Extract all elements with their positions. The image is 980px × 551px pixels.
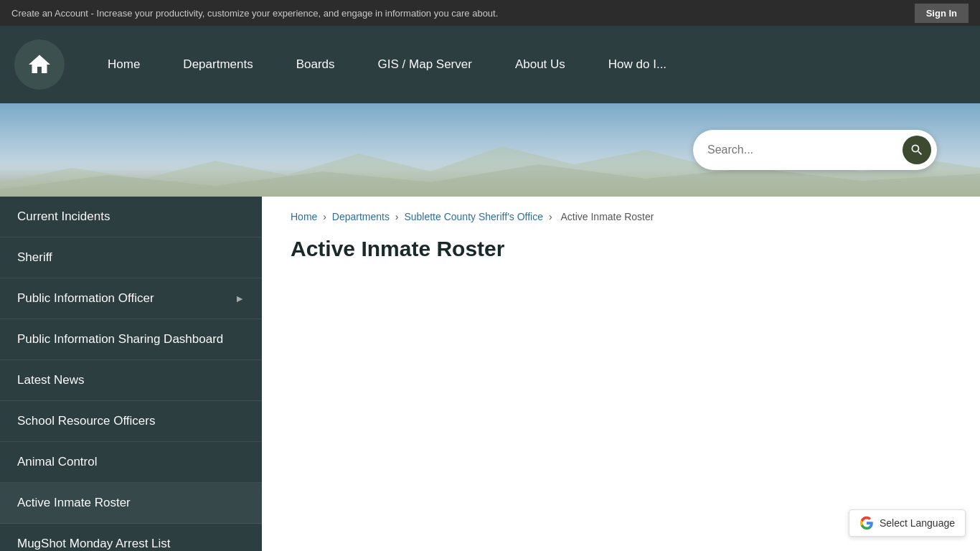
sign-in-button[interactable]: Sign In (915, 4, 969, 23)
sidebar-item-latest-news[interactable]: Latest News (0, 360, 262, 401)
nav-links: Home Departments Boards GIS / Map Server… (86, 26, 966, 103)
breadcrumb: Home › Departments › Sublette County She… (291, 211, 951, 222)
sidebar-item-label: Public Information Officer (17, 291, 154, 306)
sidebar-item-label: Sheriff (17, 250, 52, 265)
sidebar-item-label: MugShot Monday Arrest List (17, 537, 171, 551)
nav-gis[interactable]: GIS / Map Server (357, 26, 494, 103)
sidebar-item-label: Current Incidents (17, 209, 110, 224)
search-container (693, 130, 937, 170)
nav-home[interactable]: Home (86, 26, 161, 103)
sidebar-item-current-incidents[interactable]: Current Incidents (0, 197, 262, 237)
breadcrumb-departments[interactable]: Departments (332, 211, 390, 222)
page-content: Home › Departments › Sublette County She… (262, 197, 980, 551)
breadcrumb-sheriffs-office[interactable]: Sublette County Sheriff's Office (404, 211, 543, 222)
sidebar-item-active-inmate-roster[interactable]: Active Inmate Roster (0, 483, 262, 524)
breadcrumb-separator: › (395, 211, 402, 222)
hero-banner (0, 103, 980, 197)
sidebar-item-label: Public Information Sharing Dashboard (17, 332, 223, 347)
google-icon (859, 516, 874, 530)
breadcrumb-current: Active Inmate Roster (560, 211, 654, 222)
page-title: Active Inmate Roster (291, 237, 951, 261)
sidebar-item-mugshot-monday[interactable]: MugShot Monday Arrest List (0, 524, 262, 551)
breadcrumb-separator: › (323, 211, 329, 222)
announcement-suffix: - Increase your productivity, customize … (88, 8, 498, 19)
sidebar-item-animal-control[interactable]: Animal Control (0, 442, 262, 483)
sidebar-item-public-information-sharing-dashboard[interactable]: Public Information Sharing Dashboard (0, 319, 262, 360)
breadcrumb-separator: › (549, 211, 555, 222)
main-content: Current Incidents Sheriff Public Informa… (0, 197, 980, 551)
language-selector[interactable]: Select Language (849, 509, 966, 537)
nav-boards[interactable]: Boards (275, 26, 357, 103)
announcement-bar: Create an Account - Increase your produc… (0, 0, 980, 26)
sidebar-item-label: School Resource Officers (17, 414, 155, 428)
breadcrumb-home[interactable]: Home (291, 211, 317, 222)
nav-bar: Home Departments Boards GIS / Map Server… (0, 26, 980, 103)
sidebar-item-school-resource-officers[interactable]: School Resource Officers (0, 401, 262, 442)
nav-about[interactable]: About Us (494, 26, 587, 103)
search-input[interactable] (707, 143, 903, 156)
create-account-link[interactable]: Create an Account (11, 8, 88, 19)
site-logo[interactable] (14, 39, 65, 90)
sidebar-item-public-information-officer[interactable]: Public Information Officer ► (0, 278, 262, 319)
sidebar-item-label: Latest News (17, 373, 85, 387)
search-button[interactable] (903, 136, 931, 164)
sidebar-item-sheriff[interactable]: Sheriff (0, 237, 262, 278)
nav-departments[interactable]: Departments (161, 26, 274, 103)
sidebar-item-label: Active Inmate Roster (17, 496, 131, 510)
sidebar-item-label: Animal Control (17, 455, 98, 469)
language-selector-label: Select Language (880, 517, 955, 529)
nav-howdoi[interactable]: How do I... (587, 26, 688, 103)
search-icon (910, 143, 924, 157)
sidebar: Current Incidents Sheriff Public Informa… (0, 197, 262, 551)
home-icon (27, 52, 52, 77)
announcement-text: Create an Account - Increase your produc… (11, 8, 498, 19)
chevron-right-icon: ► (235, 293, 245, 304)
